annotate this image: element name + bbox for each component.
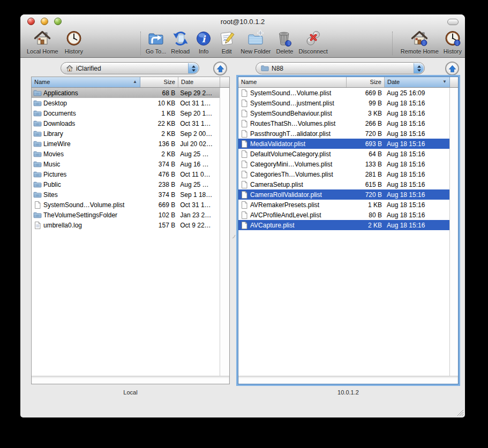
file-row[interactable]: Desktop10 KBOct 31 1… (32, 98, 220, 108)
file-date-cell: Aug 16 … (178, 161, 220, 168)
local-size-column-header[interactable]: Size (140, 77, 178, 87)
local-horizontal-scrollbar[interactable] (32, 376, 229, 384)
window-resize-grip[interactable] (456, 408, 464, 416)
file-row[interactable]: CategoryMini…Volumes.plist133 BAug 18 15… (238, 159, 449, 169)
file-row[interactable]: TheVolumeSettingsFolder102 BJan 23 2… (32, 210, 220, 220)
file-row[interactable]: CameraRollValidator.plist720 BAug 18 15:… (238, 189, 449, 200)
file-icon (240, 211, 249, 219)
file-row[interactable]: SystemSound…justment.plist99 BAug 18 15:… (238, 98, 449, 108)
folder-icon (33, 89, 42, 97)
file-name-text: SystemSound…Volume.plist (250, 89, 331, 97)
toolbar-remote-home-button[interactable]: Remote Home (401, 29, 439, 55)
file-row[interactable]: Applications68 BSep 29 2… (32, 88, 220, 98)
close-button[interactable] (27, 18, 35, 25)
file-size-cell: 266 B (347, 120, 385, 127)
file-row[interactable]: PassthroughT…alidator.plist720 BAug 18 1… (238, 128, 449, 139)
toolbar-separator (140, 32, 141, 55)
file-name-cell: Movies (32, 150, 140, 158)
toolbar-local-home-button[interactable]: Local Home (27, 29, 58, 55)
local-name-column-header[interactable]: Name ▲ (32, 77, 140, 87)
toolbar-disconnect-button[interactable]: Disconnect (298, 29, 327, 55)
zoom-button[interactable] (54, 18, 62, 25)
folder-icon (33, 191, 42, 199)
file-name-text: AVRemakerPresets.plist (250, 201, 319, 209)
file-row[interactable]: MediaValidator.plist693 BAug 18 15:16 (238, 139, 449, 149)
file-date-cell: Sep 1 18… (178, 191, 220, 199)
toolbar-toggle-button[interactable] (447, 19, 459, 25)
minimize-button[interactable] (41, 18, 48, 25)
toolbar-info-button[interactable]: iInfo (194, 29, 213, 55)
trash-icon (275, 29, 294, 48)
file-name-cell: Desktop (32, 99, 140, 108)
file-row[interactable]: Public238 BAug 25 … (32, 179, 220, 189)
toolbar-remote-history-button[interactable]: History (444, 29, 462, 55)
file-row[interactable]: Downloads22 KBOct 31 1… (32, 118, 220, 128)
file-row[interactable]: Pictures476 BOct 11 0… (32, 169, 220, 179)
toolbar-local-history-button[interactable]: History (65, 29, 83, 55)
local-path-popup[interactable]: iClarified (61, 62, 199, 74)
file-row[interactable]: DefaultVolumeCategory.plist64 BAug 18 15… (238, 149, 449, 159)
file-size-cell: 669 B (347, 89, 385, 97)
remote-vertical-scrollbar[interactable] (451, 88, 458, 376)
file-size-cell: 10 KB (140, 100, 178, 107)
file-row[interactable]: SystemSound…Volume.plist669 BAug 25 16:0… (238, 88, 449, 98)
file-row[interactable]: CategoriesTh…Volumes.plist281 BAug 18 15… (238, 169, 449, 179)
edit-icon (217, 29, 236, 48)
file-row[interactable]: SystemSoundBehaviour.plist3 KBAug 18 15:… (238, 108, 449, 118)
file-row[interactable]: Library2 KBSep 2 00… (32, 128, 220, 139)
file-name-cell: CameraSetup.plist (238, 180, 347, 189)
desktop-background: { "window": { "title": "root@10.0.1.2" }… (0, 0, 488, 448)
file-name-text: Applications (43, 89, 78, 97)
file-row[interactable]: Music374 BAug 16 … (32, 159, 220, 169)
toolbar-edit-button[interactable]: Edit (217, 29, 236, 55)
remote-name-column-header[interactable]: Name (238, 77, 347, 87)
file-row[interactable]: LimeWire136 BJul 20 02… (32, 139, 220, 149)
file-icon (240, 99, 249, 108)
file-row[interactable]: umbrella0.log157 BOct 9 22… (32, 220, 220, 230)
file-name-cell: CameraRollValidator.plist (238, 191, 347, 199)
file-name-cell: umbrella0.log (32, 221, 140, 230)
local-date-column-header[interactable]: Date (178, 77, 220, 87)
toolbar-new-folder-button[interactable]: New Folder (241, 29, 271, 55)
window-title: root@10.0.1.2 (69, 14, 417, 29)
pane-splitter-handle[interactable] (232, 231, 236, 236)
toolbar-delete-button[interactable]: Delete (275, 29, 294, 55)
remote-up-directory-button[interactable] (445, 62, 459, 75)
file-date-cell: Aug 18 15:16 (385, 130, 449, 138)
file-date-cell: Aug 25 … (178, 150, 220, 158)
toolbar-reload-button[interactable]: Reload (171, 29, 190, 55)
remote-size-column-header[interactable]: Size (347, 77, 385, 87)
remote-horizontal-scrollbar[interactable] (238, 376, 458, 384)
file-name-text: SystemSoundBehaviour.plist (250, 110, 332, 117)
file-row[interactable]: Documents1 KBSep 20 1… (32, 108, 220, 118)
file-size-cell: 136 B (140, 140, 178, 148)
remote-path-label: N88 (272, 65, 283, 72)
folder-icon (33, 140, 42, 148)
file-row[interactable]: CameraSetup.plist615 BAug 18 15:16 (238, 179, 449, 189)
file-row[interactable]: AVCProfileAndLevel.plist80 BAug 18 15:16 (238, 210, 449, 220)
remote-pane-label: 10.0.1.2 (238, 389, 459, 396)
file-row[interactable]: AVRemakerPresets.plist1 KBAug 18 15:16 (238, 200, 449, 210)
file-name-text: Sites (43, 191, 58, 199)
local-path-label: iClarified (76, 65, 101, 72)
toolbar-button-label: Go To... (146, 48, 166, 55)
local-vertical-scrollbar[interactable] (221, 88, 229, 376)
file-row[interactable]: RoutesThatSh…Volumes.plist266 BAug 18 15… (238, 118, 449, 128)
file-row[interactable]: SystemSound…Volume.plist669 BOct 31 1… (32, 200, 220, 210)
remote-date-column-header[interactable]: Date ▼ (385, 77, 450, 87)
local-up-directory-button[interactable] (213, 62, 227, 75)
file-name-text: CameraRollValidator.plist (250, 191, 322, 199)
file-name-cell: SystemSound…justment.plist (238, 99, 347, 108)
file-row[interactable]: Sites374 BSep 1 18… (32, 189, 220, 200)
popup-stepper-icon (188, 63, 198, 73)
file-row[interactable]: Movies2 KBAug 25 … (32, 149, 220, 159)
window-chrome: root@10.0.1.2 Local HomeHistory Go To...… (20, 14, 465, 58)
folder-icon (33, 160, 42, 169)
file-name-text: Public (43, 181, 61, 188)
file-date-cell: Aug 18 15:16 (385, 201, 449, 209)
file-name-cell: SystemSound…Volume.plist (238, 89, 347, 97)
toolbar-go-to-button[interactable]: Go To... (146, 29, 166, 55)
toolbar-button-label: Remote Home (401, 48, 439, 55)
file-row[interactable]: AVCapture.plist2 KBAug 18 15:16 (238, 220, 449, 230)
remote-path-popup[interactable]: N88 (256, 62, 425, 74)
